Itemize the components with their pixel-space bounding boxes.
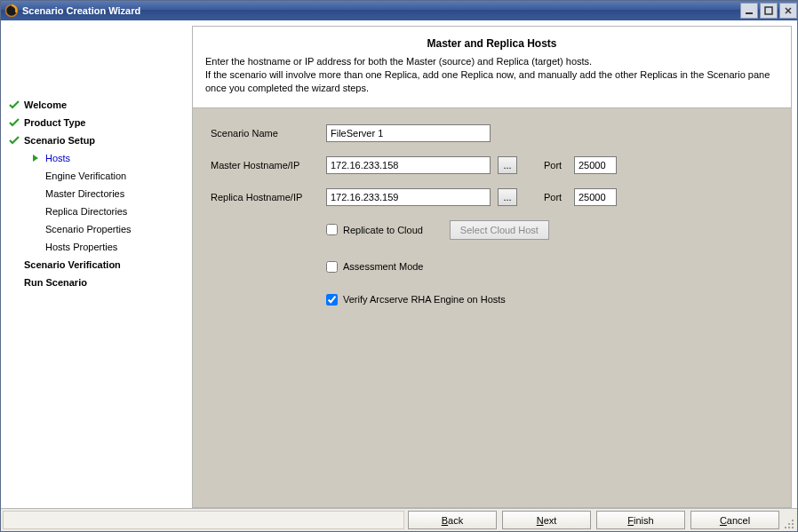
nav-label: Hosts Properties [45, 242, 117, 252]
nav-engine-verification[interactable]: Engine Verification [8, 167, 192, 185]
nav-product-type[interactable]: Product Type [8, 114, 192, 131]
nav-hosts[interactable]: Hosts [8, 149, 192, 167]
master-port-input[interactable] [574, 156, 617, 174]
svg-rect-1 [746, 12, 753, 14]
nav-label: Product Type [24, 117, 85, 128]
verify-engine-label: Verify Arcserve RHA Engine on Hosts [343, 294, 506, 305]
next-button[interactable]: Next [502, 511, 591, 529]
nav-label: Run Scenario [24, 277, 87, 288]
page-title: Master and Replica Hosts [205, 37, 778, 50]
nav-hosts-properties[interactable]: Hosts Properties [8, 238, 192, 256]
nav-scenario-properties[interactable]: Scenario Properties [8, 220, 192, 238]
scenario-name-label: Scenario Name [211, 128, 326, 139]
replica-port-label: Port [544, 192, 574, 202]
maximize-button[interactable] [760, 3, 778, 19]
nav-label: Welcome [24, 99, 67, 110]
replicate-to-cloud-label: Replicate to Cloud [343, 225, 423, 235]
finish-button[interactable]: Finish [596, 511, 685, 529]
nav-master-directories[interactable]: Master Directories [8, 185, 192, 202]
nav-run-scenario[interactable]: Run Scenario [8, 274, 192, 291]
nav-label: Scenario Verification [24, 259, 121, 270]
nav-label: Master Directories [45, 188, 124, 199]
wizard-sidebar: Welcome Product Type Scenario Setup Host… [1, 20, 192, 508]
svg-point-8 [792, 520, 794, 521]
app-icon [4, 4, 19, 18]
nav-label: Hosts [45, 153, 70, 163]
master-browse-button[interactable]: ... [498, 156, 517, 174]
back-button[interactable]: Back [408, 511, 497, 529]
verify-engine-checkbox[interactable] [326, 294, 338, 306]
form-panel: Scenario Name Master Hostname/IP ... Por… [192, 108, 792, 508]
nav-scenario-verification[interactable]: Scenario Verification [8, 256, 192, 274]
replica-hostname-label: Replica Hostname/IP [211, 192, 326, 202]
replica-port-input[interactable] [574, 188, 617, 206]
svg-point-5 [792, 523, 794, 525]
svg-point-4 [788, 527, 790, 528]
resize-grip[interactable] [781, 509, 797, 531]
master-hostname-label: Master Hostname/IP [211, 160, 326, 171]
footer-bar: Back Next Finish Cancel [1, 508, 797, 531]
nav-label: Scenario Setup [24, 135, 95, 146]
check-icon [8, 134, 20, 147]
svg-point-3 [792, 527, 794, 528]
footer-spacer [3, 511, 404, 529]
svg-point-7 [788, 523, 790, 525]
replica-hostname-input[interactable] [326, 188, 491, 206]
nav-label: Engine Verification [45, 171, 126, 181]
header-panel: Master and Replica Hosts Enter the hostn… [192, 26, 792, 108]
check-icon [8, 116, 20, 129]
page-description: Enter the hostname or IP address for bot… [205, 55, 778, 95]
select-cloud-host-button[interactable]: Select Cloud Host [450, 220, 549, 240]
nav-label: Scenario Properties [45, 224, 132, 234]
svg-point-6 [785, 527, 786, 528]
scenario-name-input[interactable] [326, 124, 491, 142]
master-hostname-input[interactable] [326, 156, 491, 174]
cancel-button[interactable]: Cancel [690, 511, 779, 529]
nav-label: Replica Directories [45, 206, 127, 217]
check-icon [8, 99, 20, 111]
titlebar[interactable]: Scenario Creation Wizard [1, 1, 797, 20]
svg-rect-2 [765, 7, 772, 14]
wizard-window: Scenario Creation Wizard Welcome Product… [0, 0, 798, 532]
arrow-right-icon [29, 152, 42, 164]
window-title: Scenario Creation Wizard [22, 5, 140, 16]
nav-scenario-setup[interactable]: Scenario Setup [8, 131, 192, 149]
nav-welcome[interactable]: Welcome [8, 96, 192, 114]
nav-replica-directories[interactable]: Replica Directories [8, 202, 192, 220]
assessment-mode-label: Assessment Mode [343, 261, 423, 272]
minimize-button[interactable] [740, 3, 758, 19]
replicate-to-cloud-checkbox[interactable] [326, 224, 338, 235]
assessment-mode-checkbox[interactable] [326, 261, 338, 273]
replica-browse-button[interactable]: ... [498, 188, 517, 206]
window-buttons [740, 3, 797, 19]
master-port-label: Port [544, 160, 574, 171]
close-button[interactable] [779, 3, 797, 19]
